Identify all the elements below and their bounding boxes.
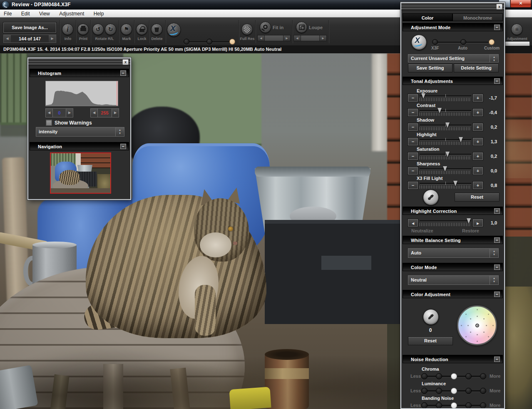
highlight-plus-button[interactable] xyxy=(473,138,483,145)
luminance-dot-1[interactable] xyxy=(436,388,442,394)
dropdown-spinner-icon[interactable] xyxy=(490,54,499,62)
histogram-window-titlebar[interactable] xyxy=(28,58,130,66)
saturation-minus-button[interactable] xyxy=(408,152,418,160)
loupe-button[interactable] xyxy=(296,22,307,33)
highlight-minus-button[interactable] xyxy=(408,138,418,145)
fit-in-scrollbar[interactable] xyxy=(257,35,291,41)
white-balance-dropdown[interactable]: Auto xyxy=(408,248,499,258)
banding-dot-1[interactable] xyxy=(436,402,442,409)
tab-monochrome[interactable]: Monochrome xyxy=(452,13,503,21)
contrast-minus-button[interactable] xyxy=(408,109,418,116)
shadow-minus-button[interactable] xyxy=(408,123,418,131)
saturation-plus-button[interactable] xyxy=(473,152,483,160)
shadow-plus-button[interactable] xyxy=(473,123,483,131)
x3f-adjustment-mode-button[interactable] xyxy=(167,23,181,37)
pager-next-button[interactable] xyxy=(49,35,56,42)
palette-titlebar[interactable] xyxy=(401,3,504,10)
fit-in-button[interactable] xyxy=(260,22,271,33)
max-increase-icon[interactable] xyxy=(112,108,119,117)
color-mode-dropdown[interactable]: Neutral xyxy=(408,275,499,285)
menu-file[interactable]: File xyxy=(0,10,15,18)
close-button[interactable] xyxy=(510,0,531,7)
noise-reduction-minimize-icon[interactable] xyxy=(494,357,500,362)
x3-fill-slider-thumb[interactable] xyxy=(453,181,457,186)
menu-edit[interactable]: Edit xyxy=(17,10,34,18)
histogram-channel-dropdown[interactable]: intensity xyxy=(36,127,124,137)
sharpness-minus-button[interactable] xyxy=(408,167,418,175)
mode-dot-x3f[interactable] xyxy=(432,39,438,45)
histogram-close-icon[interactable] xyxy=(122,59,129,65)
color-mode-minimize-icon[interactable] xyxy=(494,264,500,270)
tonal-reset-button[interactable]: Reset xyxy=(455,193,500,202)
menu-view[interactable]: View xyxy=(35,10,54,18)
chroma-dot-0[interactable] xyxy=(421,373,428,379)
color-eyedropper-button[interactable] xyxy=(423,309,439,325)
saturation-slider-thumb[interactable] xyxy=(445,152,450,157)
rotate-right-button[interactable]: ↻ xyxy=(105,24,116,35)
dropdown-spinner-icon[interactable] xyxy=(490,275,499,285)
loupe-scrollbar[interactable] xyxy=(293,35,327,41)
rotate-left-button[interactable]: ↺ xyxy=(92,24,104,35)
scroll-right-icon[interactable] xyxy=(320,35,326,41)
hc-restore-button[interactable] xyxy=(473,219,483,227)
dropdown-spinner-icon[interactable] xyxy=(115,127,124,137)
color-adjustment-reset-button[interactable]: Reset xyxy=(408,337,453,345)
chroma-dot-1[interactable] xyxy=(436,373,442,379)
max-decrease-icon[interactable] xyxy=(90,108,98,117)
mark-button[interactable]: ⚑ xyxy=(121,24,132,35)
luminance-dot-4[interactable] xyxy=(480,388,486,394)
exposure-slider-thumb[interactable] xyxy=(421,93,425,99)
exposure-minus-button[interactable] xyxy=(408,94,418,102)
sharpness-slider-track[interactable] xyxy=(420,167,471,175)
banding-dot-3[interactable] xyxy=(465,402,472,409)
scroll-track[interactable] xyxy=(264,35,283,41)
banding-dot-2[interactable] xyxy=(451,402,457,409)
sharpness-plus-button[interactable] xyxy=(473,167,483,175)
highlight-slider-thumb[interactable] xyxy=(459,137,463,142)
exposure-slider-track[interactable] xyxy=(420,94,471,102)
panel-mode-slider[interactable]: X3F Auto Custom xyxy=(432,39,495,51)
save-setting-button[interactable]: Save Setting xyxy=(408,64,452,72)
info-button[interactable]: i xyxy=(62,24,73,35)
lock-button[interactable] xyxy=(136,24,147,35)
mode-dot-custom[interactable] xyxy=(229,39,235,45)
luminance-dot-2[interactable] xyxy=(451,388,457,394)
color-wheel-marker[interactable] xyxy=(475,324,479,327)
hc-slider-track[interactable] xyxy=(420,219,471,227)
x3f-mode-button[interactable] xyxy=(411,35,427,50)
histogram-minimize-icon[interactable] xyxy=(120,70,126,76)
save-image-as-button[interactable]: Save Image As... xyxy=(3,22,56,33)
x3-fill-minus-button[interactable] xyxy=(408,182,418,189)
tonal-minimize-icon[interactable] xyxy=(494,78,500,84)
exposure-plus-button[interactable] xyxy=(473,94,483,102)
palette-close-icon[interactable] xyxy=(496,4,502,10)
color-adjustment-minimize-icon[interactable] xyxy=(494,292,500,297)
menu-adjustment[interactable]: Adjustment xyxy=(55,10,88,18)
scroll-track[interactable] xyxy=(301,35,320,41)
gray-balance-eyedropper-button[interactable] xyxy=(423,190,439,205)
delete-setting-button[interactable]: Delete Setting xyxy=(454,64,499,72)
highlight-slider-track[interactable] xyxy=(420,138,471,145)
luminance-dot-3[interactable] xyxy=(465,388,472,394)
saturation-slider-track[interactable] xyxy=(420,152,471,160)
tab-color[interactable]: Color xyxy=(403,13,452,21)
x3-fill-slider-track[interactable] xyxy=(420,182,471,189)
contrast-plus-button[interactable] xyxy=(473,109,483,116)
navigation-minimize-icon[interactable] xyxy=(120,144,126,149)
color-wheel[interactable] xyxy=(457,305,497,345)
highlight-correction-minimize-icon[interactable] xyxy=(494,208,500,214)
mode-dot-x3f[interactable] xyxy=(184,39,189,45)
contrast-slider-thumb[interactable] xyxy=(438,108,442,113)
dropdown-spinner-icon[interactable] xyxy=(490,248,499,258)
x3-fill-plus-button[interactable] xyxy=(473,182,483,189)
hc-neutralize-button[interactable] xyxy=(408,219,418,227)
white-balance-minimize-icon[interactable] xyxy=(494,237,500,243)
setting-dropdown[interactable]: Current Unsaved Setting xyxy=(408,54,499,62)
mode-dot-custom[interactable] xyxy=(489,39,495,45)
min-decrease-icon[interactable] xyxy=(45,108,53,117)
chroma-dot-4[interactable] xyxy=(480,373,486,379)
pager-prev-button[interactable] xyxy=(4,35,11,42)
mode-dot-auto[interactable] xyxy=(206,39,212,45)
mode-dot-auto[interactable] xyxy=(460,39,466,45)
chroma-dot-2[interactable] xyxy=(451,373,457,379)
